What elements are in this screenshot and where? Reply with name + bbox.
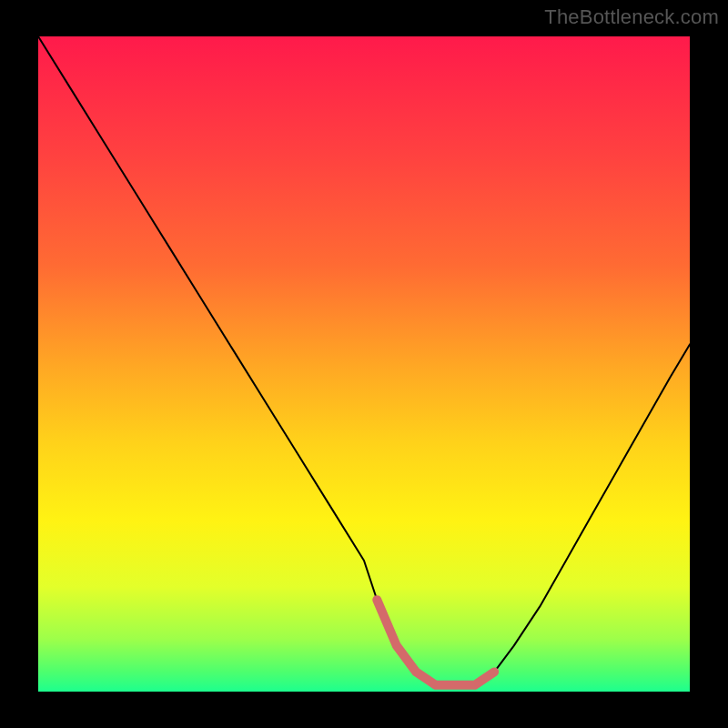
chart-container: TheBottleneck.com <box>0 0 728 728</box>
plot-background <box>38 36 690 692</box>
watermark-text: TheBottleneck.com <box>544 5 719 29</box>
chart-svg <box>0 0 728 728</box>
